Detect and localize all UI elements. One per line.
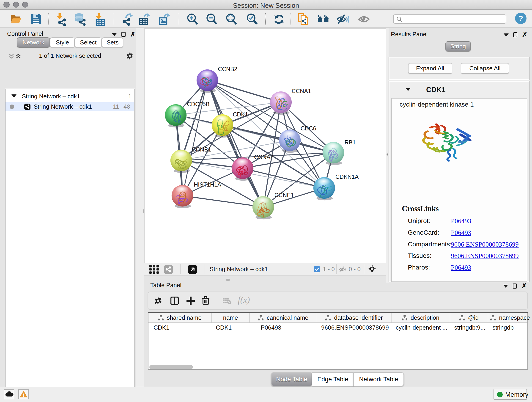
memory-button[interactable]: Memory — [494, 389, 527, 400]
column-header-canonical-name[interactable]: canonical name — [250, 313, 317, 322]
tab-string[interactable]: String — [445, 41, 471, 51]
gene-collapse-icon[interactable] — [405, 88, 411, 91]
network-options-gear-icon[interactable] — [126, 52, 133, 60]
table-toolbar: f(x) — [147, 292, 528, 310]
close-panel-icon[interactable]: ✗ — [130, 32, 135, 37]
expand-all-button[interactable]: Expand All — [408, 63, 452, 74]
import-network-button[interactable] — [56, 13, 68, 25]
network-view-icon[interactable] — [164, 265, 173, 274]
hide-show-button[interactable] — [337, 13, 349, 25]
right-splitter-handle[interactable] — [386, 153, 388, 156]
show-columns-icon[interactable] — [171, 297, 179, 305]
node-HIST1H1A[interactable]: HIST1H1A — [172, 181, 221, 208]
zoom-in-button[interactable] — [186, 13, 198, 25]
zoom-fit-button[interactable] — [225, 13, 237, 25]
tab-node-table[interactable]: Node Table — [271, 372, 312, 386]
edge-CCNB2-CCNA1[interactable] — [207, 80, 281, 102]
column-header-name[interactable]: name — [212, 313, 250, 322]
crosslink-value[interactable]: P06493 — [451, 264, 471, 271]
scrollbar-thumb[interactable] — [149, 365, 193, 369]
zoom-selected-button[interactable] — [246, 13, 258, 25]
cell-6[interactable]: stringdb — [492, 324, 514, 331]
crosslink-value[interactable]: 9606.ENSP00000378699 — [451, 252, 519, 260]
float-table-icon[interactable] — [503, 285, 508, 288]
copy-network-button[interactable] — [298, 13, 309, 25]
node-CCNA1[interactable]: CCNA1 — [270, 88, 311, 115]
delete-column-icon[interactable] — [202, 296, 209, 305]
network-row-selected[interactable]: String Network – cdk1 11 48 — [6, 102, 134, 111]
network-canvas[interactable]: CCNB2CCNA1CDC25BCDK1CDC6RB1CCNB1CCNA2CDK… — [144, 28, 386, 263]
column-header-description[interactable]: description — [392, 313, 450, 322]
table-gear-icon[interactable] — [154, 297, 162, 305]
home-networks-button[interactable] — [317, 13, 329, 25]
show-eye-button[interactable] — [358, 13, 370, 25]
cell-0[interactable]: CDK1 — [153, 324, 169, 331]
crosslinks-title: CrossLinks — [402, 204, 439, 213]
control-panel-title: Control Panel — [7, 30, 43, 37]
undock-panel-icon[interactable] — [121, 32, 126, 37]
undock-table-icon[interactable] — [513, 283, 517, 288]
edge-CDK1-RB1[interactable] — [222, 125, 333, 153]
refresh-button[interactable] — [273, 13, 285, 25]
tab-style[interactable]: Style — [50, 37, 75, 48]
add-column-icon[interactable] — [186, 297, 195, 305]
export-network-button[interactable] — [121, 13, 133, 25]
collapse-all-button[interactable]: Collapse All — [461, 63, 509, 74]
column-label: database identifier — [334, 314, 383, 321]
open-file-button[interactable] — [10, 13, 22, 25]
column-label: shared name — [167, 314, 202, 321]
selected-checkbox-icon[interactable] — [314, 266, 320, 272]
node-CDKN1A[interactable]: CDKN1A — [313, 173, 359, 200]
table-row[interactable]: CDK1CDK1P064939606.ENSP00000378699cyclin… — [148, 323, 527, 333]
crosslink-value[interactable]: P06493 — [451, 217, 471, 225]
export-view-icon[interactable] — [188, 265, 197, 274]
collection-expand-icon[interactable] — [12, 95, 17, 97]
protein-structure-image — [418, 121, 490, 188]
save-session-button[interactable] — [30, 13, 42, 25]
node-CDC25B[interactable]: CDC25B — [165, 101, 210, 128]
float-results-icon[interactable] — [504, 33, 509, 36]
cell-2[interactable]: P06493 — [261, 324, 281, 331]
edge-CCNB2-CCNE1[interactable] — [207, 80, 263, 207]
cell-3[interactable]: 9606.ENSP00000378699 — [321, 324, 389, 331]
node-RB1[interactable]: RB1 — [323, 139, 356, 165]
column-header-namespace[interactable]: namespace — [488, 313, 532, 322]
column-header-@id[interactable]: @id — [450, 313, 488, 322]
node-table: shared namenamecanonical namedatabase id… — [148, 312, 528, 370]
network-list: String Network – cdk1 1 String Network –… — [5, 89, 135, 402]
undock-results-icon[interactable] — [513, 32, 517, 37]
cell-5[interactable]: stringdb:9... — [454, 324, 486, 331]
warning-status-button[interactable] — [18, 389, 29, 399]
tab-network[interactable]: Network — [17, 37, 50, 48]
column-header-database-identifier[interactable]: database identifier — [317, 313, 392, 322]
search-input[interactable] — [393, 14, 506, 24]
import-table-button[interactable] — [94, 13, 106, 25]
gene-header-row[interactable]: CDK1 — [389, 81, 530, 98]
network-collection-row[interactable]: String Network – cdk1 1 — [6, 91, 134, 102]
cell-1[interactable]: CDK1 — [216, 324, 232, 331]
cell-4[interactable]: cyclin-dependent ... — [396, 324, 447, 331]
table-header-row: shared namenamecanonical namedatabase id… — [148, 313, 527, 323]
tab-sets[interactable]: Sets — [102, 37, 123, 48]
crosslink-value[interactable]: 9606.ENSP00000378699 — [451, 241, 519, 248]
close-table-icon[interactable]: ✗ — [521, 283, 527, 289]
float-panel-icon[interactable] — [112, 33, 117, 36]
crosslink-value[interactable]: P06493 — [451, 229, 471, 236]
tab-edge-table[interactable]: Edge Table — [312, 372, 354, 386]
fit-content-crosshair-icon[interactable] — [368, 265, 376, 273]
tab-select[interactable]: Select — [75, 37, 102, 48]
import-network-from-database-button[interactable] — [74, 13, 86, 25]
edge-CCNB2-HIST1H1A[interactable] — [182, 80, 207, 196]
hidden-eye-icon[interactable] — [339, 266, 346, 273]
export-table-button[interactable] — [138, 13, 150, 25]
help-button[interactable]: ? — [515, 13, 526, 24]
node-CDC6[interactable]: CDC6 — [279, 125, 316, 153]
close-results-icon[interactable]: ✗ — [522, 32, 527, 38]
column-header-shared-name[interactable]: shared name — [148, 313, 212, 322]
cloud-status-button[interactable] — [4, 389, 14, 399]
edge-HIST1H1A-CCNE1[interactable] — [182, 196, 263, 207]
zoom-out-button[interactable] — [206, 13, 218, 25]
export-image-button[interactable] — [158, 13, 170, 25]
tab-network-table[interactable]: Network Table — [353, 372, 404, 386]
grid-view-icon[interactable] — [149, 265, 159, 274]
